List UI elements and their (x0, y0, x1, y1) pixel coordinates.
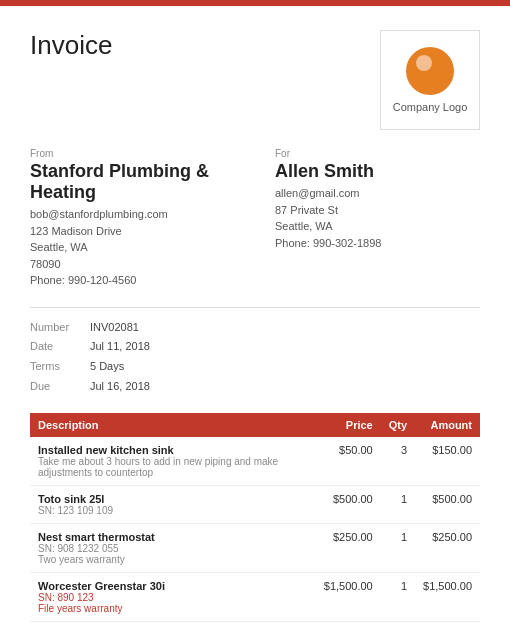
item-qty: 1 (381, 523, 415, 572)
item-sub: SN: 123 109 109 (38, 505, 308, 516)
item-qty: 1 (381, 485, 415, 523)
meta-terms: Terms 5 Days (30, 357, 480, 377)
item-sub: Take me about 3 hours to add in new pipi… (38, 456, 308, 478)
totals-table: Subtotal $2,400.00 Tax (12%) $288.00 Tot… (260, 632, 480, 637)
to-party: For Allen Smith allen@gmail.com 87 Priva… (275, 148, 480, 289)
item-name: Toto sink 25l (38, 493, 308, 505)
totals-area: Subtotal $2,400.00 Tax (12%) $288.00 Tot… (30, 632, 480, 637)
item-sub: SN: 908 1232 055 (38, 543, 308, 554)
item-description-cell: Worcester Greenstar 30iSN: 890 123File y… (30, 572, 316, 621)
date-label: Date (30, 337, 74, 357)
from-label: From (30, 148, 235, 159)
header-description: Description (30, 413, 316, 437)
item-qty: 1 (381, 572, 415, 621)
item-amount: $250.00 (415, 523, 480, 572)
header-amount: Amount (415, 413, 480, 437)
from-party: From Stanford Plumbing & Heating bob@sta… (30, 148, 235, 289)
logo-box: Company Logo (380, 30, 480, 130)
item-name: Worcester Greenstar 30i (38, 580, 308, 592)
from-phone: Phone: 990-120-4560 (30, 272, 235, 289)
item-name: Nest smart thermostat (38, 531, 308, 543)
page-content: Invoice Company Logo From Stanford Plumb… (0, 6, 510, 637)
header-qty: Qty (381, 413, 415, 437)
items-table: Description Price Qty Amount Installed n… (30, 413, 480, 622)
item-sub2: File years warranty (38, 603, 308, 614)
due-label: Due (30, 377, 74, 397)
from-address3: 78090 (30, 256, 235, 273)
logo-text: Company Logo (393, 101, 468, 113)
table-row: Installed new kitchen sinkTake me about … (30, 437, 480, 486)
item-description-cell: Nest smart thermostatSN: 908 1232 055Two… (30, 523, 316, 572)
divider-1 (30, 307, 480, 308)
invoice-title: Invoice (30, 30, 112, 61)
item-amount: $150.00 (415, 437, 480, 486)
terms-label: Terms (30, 357, 74, 377)
logo-circle-icon (406, 47, 454, 95)
to-phone: Phone: 990-302-1898 (275, 235, 480, 252)
item-sub: SN: 890 123 (38, 592, 308, 603)
meta-due: Due Jul 16, 2018 (30, 377, 480, 397)
to-address2: Seattle, WA (275, 218, 480, 235)
item-amount: $1,500.00 (415, 572, 480, 621)
from-email: bob@stanfordplumbing.com (30, 206, 235, 223)
from-name: Stanford Plumbing & Heating (30, 161, 235, 203)
to-label: For (275, 148, 480, 159)
header-row: Invoice Company Logo (30, 30, 480, 130)
item-price: $250.00 (316, 523, 381, 572)
item-description-cell: Installed new kitchen sinkTake me about … (30, 437, 316, 486)
table-row: Worcester Greenstar 30iSN: 890 123File y… (30, 572, 480, 621)
to-email: allen@gmail.com (275, 185, 480, 202)
table-row: Nest smart thermostatSN: 908 1232 055Two… (30, 523, 480, 572)
to-name: Allen Smith (275, 161, 480, 182)
date-value: Jul 11, 2018 (90, 337, 150, 357)
number-label: Number (30, 318, 74, 338)
item-name: Installed new kitchen sink (38, 444, 308, 456)
meta-table: Number INV02081 Date Jul 11, 2018 Terms … (30, 318, 480, 397)
terms-value: 5 Days (90, 357, 124, 377)
item-price: $1,500.00 (316, 572, 381, 621)
header-price: Price (316, 413, 381, 437)
meta-date: Date Jul 11, 2018 (30, 337, 480, 357)
from-address1: 123 Madison Drive (30, 223, 235, 240)
item-qty: 3 (381, 437, 415, 486)
item-price: $50.00 (316, 437, 381, 486)
item-price: $500.00 (316, 485, 381, 523)
due-value: Jul 16, 2018 (90, 377, 150, 397)
item-sub2: Two years warranty (38, 554, 308, 565)
table-header-row: Description Price Qty Amount (30, 413, 480, 437)
table-row: Toto sink 25lSN: 123 109 109$500.001$500… (30, 485, 480, 523)
item-description-cell: Toto sink 25lSN: 123 109 109 (30, 485, 316, 523)
meta-number: Number INV02081 (30, 318, 480, 338)
from-address2: Seattle, WA (30, 239, 235, 256)
item-amount: $500.00 (415, 485, 480, 523)
parties: From Stanford Plumbing & Heating bob@sta… (30, 148, 480, 289)
to-address1: 87 Private St (275, 202, 480, 219)
number-value: INV02081 (90, 318, 139, 338)
